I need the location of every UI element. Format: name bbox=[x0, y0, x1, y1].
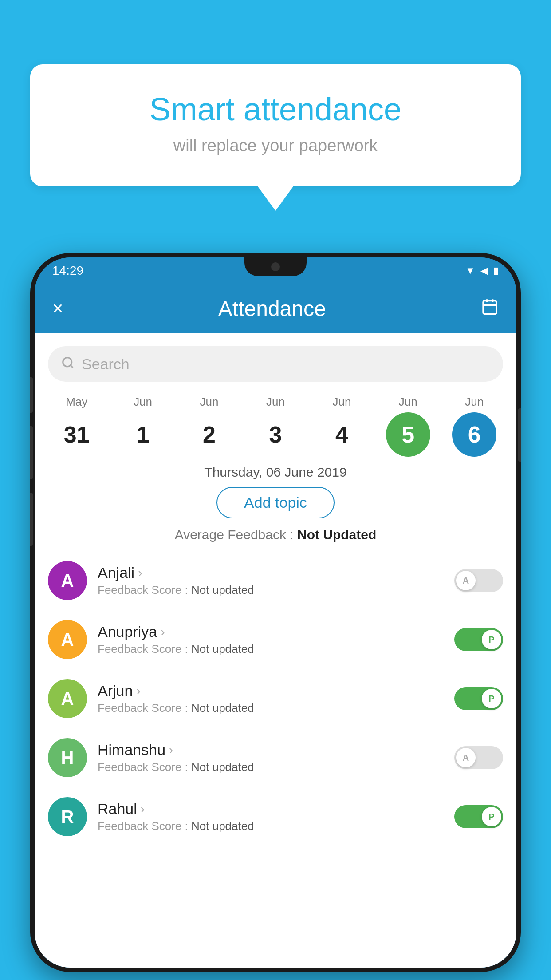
status-bar: 14:29 ▼ ◀ ▮ bbox=[35, 257, 516, 284]
date-col[interactable]: Jun4 bbox=[315, 395, 368, 457]
student-feedback: Feedback Score : Not updated bbox=[98, 642, 444, 656]
attendance-toggle[interactable]: P bbox=[454, 687, 503, 710]
student-feedback: Feedback Score : Not updated bbox=[98, 583, 444, 597]
phone-power-button bbox=[518, 408, 521, 462]
phone-frame: 14:29 ▼ ◀ ▮ × Attendance bbox=[30, 253, 521, 972]
toggle-thumb: A bbox=[456, 748, 476, 767]
date-col[interactable]: Jun3 bbox=[249, 395, 302, 457]
add-topic-button[interactable]: Add topic bbox=[216, 487, 335, 518]
toggle-thumb: P bbox=[482, 689, 501, 708]
student-row[interactable]: HHimanshu ›Feedback Score : Not updatedA bbox=[35, 728, 516, 787]
chevron-right-icon: › bbox=[136, 684, 140, 698]
student-row[interactable]: RRahul ›Feedback Score : Not updatedP bbox=[35, 787, 516, 846]
toggle-thumb: P bbox=[482, 630, 501, 649]
phone-silent-button bbox=[30, 493, 33, 546]
date-number[interactable]: 2 bbox=[187, 412, 232, 457]
chevron-right-icon: › bbox=[161, 625, 165, 639]
avatar: H bbox=[48, 738, 87, 777]
app-title: Attendance bbox=[218, 296, 326, 321]
student-info: Anjali ›Feedback Score : Not updated bbox=[98, 564, 444, 597]
speech-bubble: Smart attendance will replace your paper… bbox=[30, 64, 521, 186]
attendance-toggle[interactable]: P bbox=[454, 805, 503, 828]
date-month: Jun bbox=[200, 395, 219, 409]
status-time: 14:29 bbox=[52, 264, 83, 278]
date-col[interactable]: May31 bbox=[50, 395, 103, 457]
feedback-value: Not Updated bbox=[297, 527, 376, 542]
svg-line-5 bbox=[71, 365, 73, 367]
date-month: Jun bbox=[332, 395, 351, 409]
student-info: Rahul ›Feedback Score : Not updated bbox=[98, 800, 444, 833]
date-number[interactable]: 5 bbox=[386, 412, 430, 457]
svg-point-4 bbox=[63, 357, 72, 366]
date-number[interactable]: 3 bbox=[253, 412, 298, 457]
app-content: Search May31Jun1Jun2Jun3Jun4Jun5Jun6 Thu… bbox=[35, 333, 516, 968]
student-row[interactable]: AAnjali ›Feedback Score : Not updatedA bbox=[35, 551, 516, 610]
svg-rect-0 bbox=[483, 300, 496, 314]
date-number[interactable]: 1 bbox=[121, 412, 165, 457]
student-row[interactable]: AArjun ›Feedback Score : Not updatedP bbox=[35, 669, 516, 728]
date-col[interactable]: Jun2 bbox=[183, 395, 236, 457]
date-month: Jun bbox=[399, 395, 417, 409]
wifi-icon: ▼ bbox=[465, 265, 475, 277]
student-info: Himanshu ›Feedback Score : Not updated bbox=[98, 741, 444, 774]
date-col[interactable]: Jun6 bbox=[448, 395, 501, 457]
date-number[interactable]: 4 bbox=[319, 412, 364, 457]
student-name: Anjali › bbox=[98, 564, 444, 581]
avatar: A bbox=[48, 620, 87, 659]
search-icon bbox=[61, 356, 75, 373]
student-list: AAnjali ›Feedback Score : Not updatedAAA… bbox=[35, 551, 516, 846]
speech-bubble-title: Smart attendance bbox=[66, 91, 485, 127]
attendance-toggle[interactable]: P bbox=[454, 628, 503, 651]
feedback-prefix: Average Feedback : bbox=[175, 527, 297, 542]
toggle-thumb: A bbox=[456, 571, 476, 590]
avatar: A bbox=[48, 561, 87, 600]
speech-bubble-container: Smart attendance will replace your paper… bbox=[30, 64, 521, 211]
close-button[interactable]: × bbox=[52, 298, 63, 319]
student-name: Anupriya › bbox=[98, 623, 444, 640]
student-feedback: Feedback Score : Not updated bbox=[98, 701, 444, 715]
date-month: Jun bbox=[134, 395, 152, 409]
date-col[interactable]: Jun5 bbox=[382, 395, 435, 457]
toggle-thumb: P bbox=[482, 807, 501, 826]
front-camera bbox=[271, 262, 280, 271]
student-feedback: Feedback Score : Not updated bbox=[98, 819, 444, 833]
avatar: A bbox=[48, 679, 87, 718]
attendance-toggle[interactable]: A bbox=[454, 569, 503, 592]
avatar: R bbox=[48, 797, 87, 836]
date-month: May bbox=[66, 395, 87, 409]
phone-volume-down-button bbox=[30, 426, 33, 479]
student-name: Himanshu › bbox=[98, 741, 444, 759]
attendance-toggle[interactable]: A bbox=[454, 746, 503, 769]
date-number[interactable]: 31 bbox=[55, 412, 99, 457]
signal-icon: ◀ bbox=[480, 265, 488, 277]
date-col[interactable]: Jun1 bbox=[116, 395, 169, 457]
chevron-right-icon: › bbox=[138, 566, 142, 580]
student-row[interactable]: AAnupriya ›Feedback Score : Not updatedP bbox=[35, 610, 516, 669]
date-strip: May31Jun1Jun2Jun3Jun4Jun5Jun6 bbox=[35, 391, 516, 457]
date-month: Jun bbox=[266, 395, 285, 409]
search-placeholder: Search bbox=[82, 356, 130, 373]
chevron-right-icon: › bbox=[169, 743, 173, 757]
student-name: Rahul › bbox=[98, 800, 444, 818]
student-info: Anupriya ›Feedback Score : Not updated bbox=[98, 623, 444, 656]
student-name: Arjun › bbox=[98, 682, 444, 699]
student-feedback: Feedback Score : Not updated bbox=[98, 760, 444, 774]
selected-date-label: Thursday, 06 June 2019 bbox=[35, 465, 516, 480]
app-header: × Attendance bbox=[35, 284, 516, 333]
date-month: Jun bbox=[465, 395, 484, 409]
date-number[interactable]: 6 bbox=[452, 412, 496, 457]
phone-screen: 14:29 ▼ ◀ ▮ × Attendance bbox=[35, 257, 516, 968]
status-icons: ▼ ◀ ▮ bbox=[465, 265, 499, 277]
phone-volume-up-button bbox=[30, 377, 33, 413]
speech-bubble-tail bbox=[258, 186, 293, 211]
battery-icon: ▮ bbox=[493, 265, 499, 277]
student-info: Arjun ›Feedback Score : Not updated bbox=[98, 682, 444, 715]
phone-notch bbox=[244, 257, 307, 276]
chevron-right-icon: › bbox=[141, 802, 145, 816]
search-bar[interactable]: Search bbox=[48, 346, 503, 382]
calendar-icon[interactable] bbox=[481, 298, 499, 320]
speech-bubble-subtitle: will replace your paperwork bbox=[66, 136, 485, 155]
average-feedback: Average Feedback : Not Updated bbox=[35, 527, 516, 542]
